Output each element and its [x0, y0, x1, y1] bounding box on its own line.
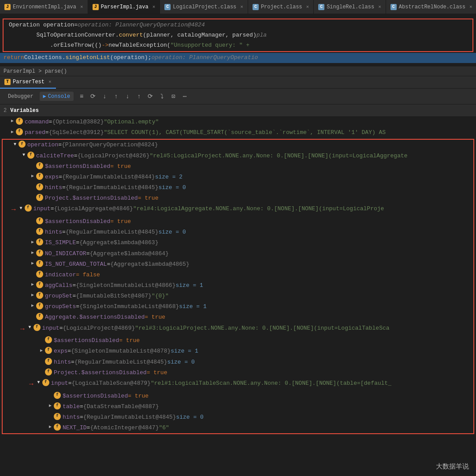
toolbar-icon-eval[interactable]: ⤵ [157, 92, 166, 101]
tree-row[interactable]: ▶f$assertionsDisabled= true [3, 161, 473, 172]
tree-expand-arrow[interactable]: ▶ [47, 424, 54, 431]
tree-row[interactable]: ▼fcalciteTree = {LogicalProject@4826} "r… [3, 151, 473, 161]
tree-row[interactable]: ▶fAggregate.$assertionsDisabled= true [3, 312, 473, 323]
tree-expand-arrow[interactable]: ▶ [29, 302, 36, 309]
field-value: size = 0 [158, 228, 186, 237]
toolbar-icon-step-out[interactable]: ↑ [112, 92, 120, 101]
field-eq: = [80, 413, 83, 422]
tree-row[interactable]: ▶fcommand = {Optional@3882} "Optional.em… [0, 117, 476, 127]
tree-row[interactable]: ▶fgroupSet = {ImmutableBitSet@4867} "{0}… [3, 291, 473, 301]
tree-row[interactable]: ▶fProject.$assertionsDisabled= true [3, 368, 473, 378]
tree-row[interactable]: ▶fhints = {RegularImmutableList@4845} si… [3, 412, 473, 423]
tree-row[interactable]: ▶fhints = {RegularImmutableList@4845} si… [3, 227, 473, 238]
field-eq: = [80, 402, 83, 411]
tree-row[interactable]: ▶fIS_SIMPLE = {Aggregate$lambda@4863} [3, 238, 473, 248]
field-icon: f [36, 217, 43, 224]
tree-row[interactable]: ▶fexps = {SingletonImmutableList@4878} s… [3, 346, 473, 357]
tab-parserimpl-java[interactable]: JParserImpl.java× [88, 0, 160, 14]
toolbar-icon-step-over[interactable]: ⟳ [89, 92, 97, 101]
debugger-tab[interactable]: Debugger [4, 92, 38, 101]
tab-close[interactable]: × [80, 4, 83, 10]
tree-row[interactable]: ▶ftable = {DataStreamTable@4887} [3, 402, 473, 412]
tree-expand-arrow[interactable]: ▼ [26, 324, 33, 331]
tree-row[interactable]: ▶fgroupSets = {SingletonImmutableList@48… [3, 301, 473, 312]
field-eq: = [45, 128, 49, 137]
toolbar-icon-settings[interactable]: ⊡ [169, 92, 178, 101]
field-name: Project.$assertionsDisabled [45, 194, 138, 203]
tree-row[interactable]: →▼finput = {LogicalAggregate@4846} "rel#… [3, 204, 473, 216]
console-button[interactable]: ▶ Console [40, 92, 74, 101]
tab-project-class[interactable]: CProject.class× [248, 0, 314, 14]
tree-expand-arrow[interactable]: ▼ [18, 205, 25, 212]
toolbar-icon-reload[interactable]: ⟳ [146, 92, 155, 101]
field-name: $assertionsDisabled [54, 336, 119, 345]
toolbar-icon-step-into[interactable]: ↓ [100, 92, 109, 101]
tree-row[interactable]: ▶f$assertionsDisabled= true [3, 216, 473, 227]
code-return: return [4, 53, 24, 63]
tree-row[interactable]: ▶f$assertionsDisabled= true [3, 335, 473, 346]
code-var: Operation operation [9, 21, 74, 30]
tree-expand-arrow[interactable]: ▶ [29, 292, 36, 299]
field-value: size = 1 [179, 302, 206, 311]
tab-singlerel-class[interactable]: CSingleRel.class× [314, 0, 386, 14]
field-name: hints [54, 358, 71, 367]
field-value: = false [76, 271, 100, 279]
tree-row[interactable]: ▶fhints = {RegularImmutableList@4845} si… [3, 182, 473, 193]
tree-expand-arrow[interactable]: ▼ [35, 379, 42, 386]
tab-close[interactable]: × [469, 4, 472, 10]
test-tab-close[interactable]: × [48, 79, 52, 85]
tree-row[interactable]: ▶fIS_NOT_GRAND_TOTAL = {Aggregate$lambda… [3, 259, 473, 270]
field-value: = true [128, 392, 149, 401]
tab-close[interactable]: × [240, 4, 243, 10]
tree-expand-arrow[interactable]: ▶ [9, 118, 16, 125]
tree-row[interactable]: ▶fNO_INDICATOR = {Aggregate$lambda@4864} [3, 249, 473, 259]
tab-logicalproject-class[interactable]: CLogicalProject.class× [160, 0, 248, 14]
tree-expand-arrow[interactable]: ▶ [9, 128, 16, 135]
field-name: groupSets [45, 302, 76, 311]
field-name: $assertionsDisabled [45, 162, 110, 171]
tab-close[interactable]: × [378, 4, 381, 10]
field-name: aggCalls [45, 281, 72, 290]
tab-abstractrelnode-class[interactable]: CAbstractRelNode.class× [386, 0, 476, 14]
tree-row[interactable]: ▶fNEXT_ID = {AtomicInteger@4847} "6" [3, 423, 473, 433]
tree-expand-arrow[interactable]: ▶ [29, 173, 36, 180]
tree-leaf-spacer: ▶ [29, 194, 36, 201]
toolbar-icon-resume[interactable]: ↑ [134, 92, 143, 101]
tree-expand-arrow[interactable]: ▶ [29, 249, 36, 257]
tab-environmentimpl-java[interactable]: JEnvironmentImpl.java× [0, 0, 88, 14]
toolbar-icon-run-cursor[interactable]: ↓ [123, 92, 132, 101]
tree-row[interactable]: ▼foperation = {PlannerQueryOperation@482… [3, 140, 473, 150]
tree-row[interactable]: ▶f$assertionsDisabled= true [3, 391, 473, 402]
tab-close[interactable]: × [152, 4, 156, 10]
tree-row[interactable]: ▶fProject.$assertionsDisabled= true [3, 193, 473, 204]
field-type: {LogicalProject@4869} [63, 324, 135, 333]
field-name: table [63, 402, 80, 411]
tree-expand-arrow[interactable]: ▼ [11, 141, 19, 148]
tree-row[interactable]: ▶fhints = {RegularImmutableList@4845} si… [3, 357, 473, 368]
field-eq: = [71, 358, 74, 367]
parser-test-tab[interactable]: T ParserTest × [0, 76, 56, 89]
tree-expand-arrow[interactable]: ▶ [29, 260, 36, 267]
tree-row[interactable]: ▶faggCalls = {SingletonImmutableList@486… [3, 280, 473, 291]
tree-expand-arrow[interactable]: ▶ [29, 281, 36, 288]
tree-expand-arrow[interactable]: ▶ [29, 238, 36, 245]
field-value: "rel#5:LogicalProject.NONE.any.None: 0.[… [149, 152, 407, 160]
field-icon: f [16, 128, 23, 135]
tab-close[interactable]: × [306, 4, 309, 10]
scrollable-tree[interactable]: ▶fcommand = {Optional@3882} "Optional.em… [0, 117, 476, 435]
field-name: input [51, 379, 68, 388]
field-eq: = [72, 281, 76, 290]
tree-expand-arrow[interactable]: ▼ [20, 152, 27, 159]
tree-expand-arrow[interactable]: ▶ [47, 402, 54, 409]
tree-row[interactable]: ▶fparsed = {SqlSelect@3912} "SELECT COUN… [0, 127, 476, 138]
field-type: {RegularImmutableList@4845} [74, 358, 167, 367]
field-type: {Aggregate$lambda@4864} [89, 249, 168, 258]
toolbar-icon-more[interactable]: ⋯ [180, 92, 189, 101]
console-icon: ▶ [43, 93, 46, 100]
toolbar-icon-list[interactable]: ≡ [77, 92, 86, 101]
tree-row[interactable]: →▼finput = {LogicalTableScan@4879} "rel#… [3, 378, 473, 391]
tree-row[interactable]: ▶fexps = {RegularImmutableList@4844} siz… [3, 172, 473, 182]
tree-row[interactable]: ▶findicator= false [3, 270, 473, 280]
tree-row[interactable]: →▼finput = {LogicalProject@4869} "rel#3:… [3, 323, 473, 336]
tree-expand-arrow[interactable]: ▶ [38, 347, 45, 354]
